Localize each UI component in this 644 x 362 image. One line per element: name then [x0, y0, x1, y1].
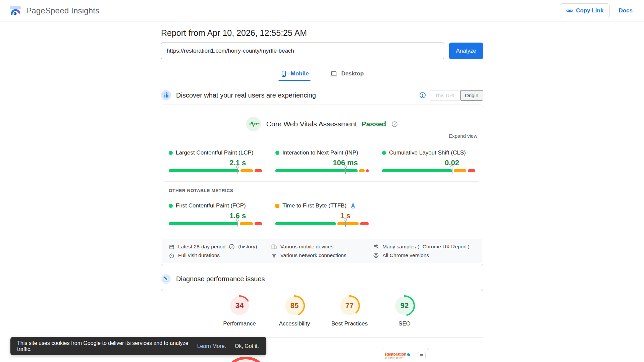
brand-logo-icon	[407, 353, 411, 356]
metric-name-inp[interactable]: Interaction to Next Paint (INP)	[282, 149, 358, 156]
samples-icon	[373, 244, 379, 250]
calendar-icon	[169, 244, 175, 250]
device-tabs: Mobile Desktop	[161, 68, 483, 81]
url-input[interactable]	[161, 43, 444, 59]
app-title: PageSpeed Insights	[26, 6, 99, 15]
metric-ttfb: Time to First Byte (TTFB)1 s	[275, 202, 369, 227]
analyze-button[interactable]: Analyze	[449, 43, 483, 59]
tab-mobile[interactable]: Mobile	[278, 68, 311, 81]
metric-distribution-inp	[275, 169, 369, 172]
score-label-performance: Performance	[223, 320, 256, 327]
chrome-icon	[373, 252, 379, 258]
score-value-accessibility: 85	[284, 295, 305, 316]
cookie-banner: This site uses cookies from Google to de…	[10, 337, 266, 355]
performance-gauge-partial	[222, 356, 269, 362]
metric-head-fcp: First Contentful Paint (FCP)	[169, 202, 262, 209]
metric-head-lcp: Largest Contentful Paint (LCP)	[169, 149, 262, 156]
help-icon[interactable]: ?	[391, 121, 398, 127]
link-icon	[566, 7, 573, 14]
bar-segment	[360, 222, 369, 225]
metric-name-lcp[interactable]: Largest Contentful Paint (LCP)	[176, 149, 254, 156]
metric-lcp: Largest Contentful Paint (LCP)2.1 s	[169, 149, 262, 174]
meta-timer: Full visit durations	[169, 252, 271, 258]
copy-link-label: Copy Link	[576, 7, 603, 14]
tab-desktop-label: Desktop	[341, 70, 364, 77]
bar-segment	[240, 169, 253, 172]
score-seo[interactable]: 92SEO	[386, 295, 423, 327]
metric-name-cls[interactable]: Cumulative Layout Shift (CLS)	[389, 149, 466, 156]
meta-text: Full visit durations	[178, 252, 220, 258]
metric-head-ttfb: Time to First Byte (TTFB)	[275, 202, 369, 209]
experimental-flask-icon	[350, 203, 356, 209]
meta-text: Many samples (	[382, 244, 419, 250]
metric-bullet-ttfb	[275, 204, 279, 208]
network-icon	[271, 252, 277, 258]
ok-got-it-button[interactable]: Ok, Got it.	[235, 343, 260, 349]
score-label-accessibility: Accessibility	[279, 320, 310, 327]
this-url-toggle[interactable]: This URL	[430, 90, 460, 101]
bar-segment	[337, 222, 359, 225]
score-accessibility[interactable]: 85Accessibility	[276, 295, 313, 327]
metric-name-ttfb[interactable]: Time to First Byte (TTFB)	[282, 202, 346, 209]
bar-segment	[240, 222, 253, 225]
tab-mobile-label: Mobile	[291, 70, 309, 77]
svg-text:?: ?	[231, 245, 233, 248]
info-icon[interactable]	[419, 92, 426, 99]
metric-distribution-cls	[382, 169, 475, 172]
score-label-best-practices: Best Practices	[331, 320, 368, 327]
tab-desktop[interactable]: Desktop	[328, 68, 366, 81]
app-header: PageSpeed Insights Copy Link Docs	[0, 0, 644, 21]
meta-calendar: Latest 28-day period?(history)	[169, 244, 271, 250]
thumbnail-brand-text: Restoration	[385, 352, 406, 357]
meta-chrome: All Chrome versions	[373, 252, 475, 258]
score-gauge-seo: 92	[394, 295, 415, 316]
metric-chart-ttfb: 1 s	[275, 209, 369, 227]
meta-text-suffix: )	[468, 244, 470, 250]
metric-bullet-inp	[275, 151, 279, 155]
thumbnail-brand-subtext: OF HORRY COUNTY	[385, 357, 411, 359]
meta-text: Latest 28-day period	[178, 244, 225, 250]
meta-link[interactable]: Chrome UX Report	[423, 244, 467, 250]
metric-head-cls: Cumulative Layout Shift (CLS)	[382, 149, 475, 156]
bar-segment	[359, 169, 365, 172]
metric-name-fcp[interactable]: First Contentful Paint (FCP)	[176, 202, 246, 209]
field-data-card: Core Web Vitals Assessment: Passed ? Exp…	[161, 105, 483, 266]
meta-network: Various network connections	[271, 252, 373, 258]
url-row: Analyze	[161, 43, 483, 59]
docs-link[interactable]: Docs	[619, 7, 633, 14]
score-gauge-best-practices: 77	[339, 295, 360, 316]
field-section-title: Discover what your real users are experi…	[176, 92, 316, 99]
copy-link-button[interactable]: Copy Link	[560, 3, 610, 18]
meta-link[interactable]: (history)	[238, 244, 257, 250]
learn-more-link[interactable]: Learn More.	[197, 343, 226, 349]
meta-text: Various mobile devices	[280, 244, 333, 250]
lab-section-title: Diagnose performance issues	[176, 275, 265, 283]
bar-segment	[255, 222, 262, 225]
bar-segment	[275, 222, 336, 225]
metric-inp: Interaction to Next Paint (INP)106 ms	[275, 149, 369, 174]
origin-toggle[interactable]: Origin	[460, 90, 483, 101]
field-meta-footer: Latest 28-day period?(history)Various mo…	[162, 239, 482, 263]
bar-segment	[382, 169, 452, 172]
desktop-laptop-icon	[330, 70, 337, 77]
score-value-best-practices: 77	[339, 295, 360, 316]
page-screenshot-thumbnail: Restoration OF HORRY COUNTY ☰	[382, 348, 429, 362]
scope-toggle: This URL Origin	[430, 90, 483, 101]
core-web-vitals-icon	[246, 117, 261, 131]
score-performance[interactable]: 34Performance	[221, 295, 258, 327]
main-content: Report from Apr 10, 2026, 12:55:25 AM An…	[161, 21, 483, 362]
help-icon[interactable]: ?	[229, 244, 235, 250]
real-users-icon	[161, 90, 171, 100]
score-value-seo: 92	[394, 295, 415, 316]
metric-cls: Cumulative Layout Shift (CLS)0.02	[382, 149, 475, 174]
bar-segment	[169, 169, 239, 172]
cwv-assessment-value: Passed	[362, 120, 386, 128]
metric-chart-inp: 106 ms	[275, 156, 369, 174]
expand-view-button[interactable]: Expand view	[449, 133, 477, 139]
meta-samples: Many samples (Chrome UX Report)	[373, 244, 475, 250]
pagespeed-logo-icon[interactable]	[9, 5, 21, 17]
bar-segment	[255, 169, 262, 172]
core-metrics-row: Largest Contentful Paint (LCP)2.1 sInter…	[169, 149, 475, 174]
score-best-practices[interactable]: 77Best Practices	[331, 295, 368, 327]
devices-icon	[271, 244, 277, 250]
